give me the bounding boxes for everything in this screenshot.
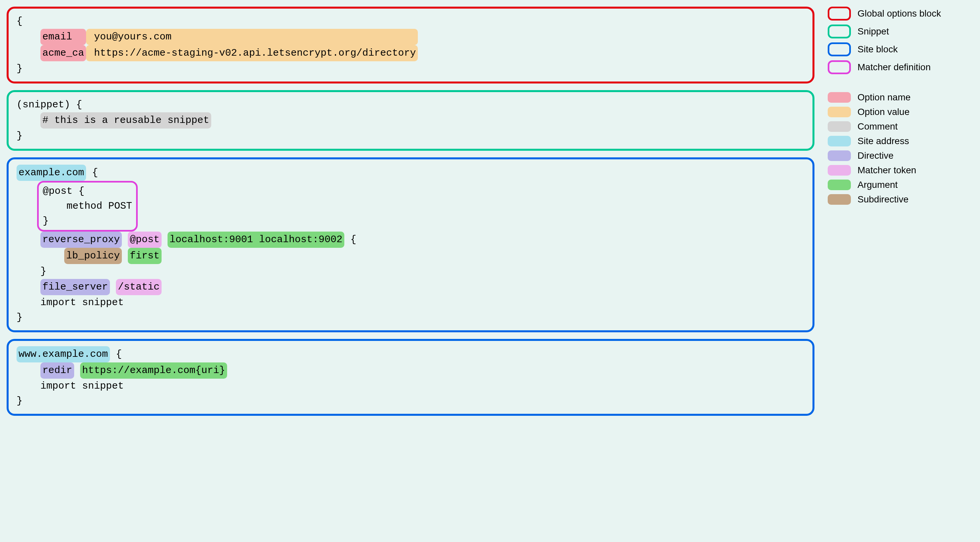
brace-close: }: [17, 395, 22, 406]
snippet-block: (snippet) { # this is a reusable snippet…: [6, 90, 815, 151]
subdirective: lb_policy: [64, 248, 122, 264]
legend-swatch-fill: [828, 150, 851, 161]
legend-label: Argument: [858, 180, 897, 190]
legend-row-option-value: Option value: [828, 107, 974, 117]
legend-swatch-fill: [828, 121, 851, 132]
legend-label: Global options block: [858, 8, 941, 19]
global-options-block: { email you@yours.com acme_ca https://ac…: [6, 6, 815, 83]
brace-close: }: [17, 63, 22, 74]
legend-swatch-outline: [828, 60, 851, 74]
import-line: import snippet: [17, 380, 124, 392]
legend-swatch-outline: [828, 6, 851, 21]
brace-close: }: [17, 312, 22, 323]
site-address: example.com: [17, 165, 86, 181]
legend-label: Option value: [858, 107, 910, 117]
legend-swatch-fill: [828, 92, 851, 103]
legend-row-matcher-token: Matcher token: [828, 165, 974, 175]
legend-swatch-fill: [828, 136, 851, 147]
option-name: acme_ca: [40, 45, 86, 61]
comment: # this is a reusable snippet: [40, 112, 211, 129]
directive: file_server: [40, 279, 110, 295]
legend-label: Matcher token: [858, 165, 916, 175]
site-block-1: example.com { @post { method POST } reve…: [6, 157, 815, 332]
legend-row-global: Global options block: [828, 6, 974, 21]
legend-label: Site block: [858, 44, 897, 55]
legend-row-site-address: Site address: [828, 136, 974, 147]
argument: localhost:9001 localhost:9002: [167, 231, 344, 248]
legend-spacer: [828, 78, 974, 88]
legend-label: Matcher definition: [858, 62, 931, 73]
legend-swatch-fill: [828, 165, 851, 175]
argument: https://example.com{uri}: [80, 362, 227, 379]
site-address: www.example.com: [17, 346, 110, 362]
legend: Global options block Snippet Site block …: [828, 6, 974, 416]
legend-row-directive: Directive: [828, 150, 974, 161]
legend-label: Snippet: [858, 26, 889, 37]
legend-swatch-outline: [828, 24, 851, 38]
option-value: https://acme-staging-v02.api.letsencrypt…: [86, 45, 418, 61]
legend-swatch-fill: [828, 180, 851, 190]
legend-row-argument: Argument: [828, 180, 974, 190]
legend-row-subdirective: Subdirective: [828, 194, 974, 205]
directive: reverse_proxy: [40, 231, 122, 248]
legend-swatch-fill: [828, 107, 851, 117]
legend-label: Directive: [858, 150, 894, 161]
legend-row-comment: Comment: [828, 121, 974, 132]
brace-open: {: [17, 16, 22, 27]
legend-row-matcher: Matcher definition: [828, 60, 974, 74]
legend-label: Site address: [858, 136, 909, 147]
legend-row-snippet: Snippet: [828, 24, 974, 38]
matcher-token: @post: [128, 231, 162, 248]
brace-close: }: [17, 130, 22, 142]
matcher-definition: @post { method POST }: [37, 181, 138, 231]
legend-label: Comment: [858, 121, 897, 132]
directive: redir: [40, 362, 74, 379]
option-value: you@yours.com: [86, 29, 418, 45]
argument: first: [128, 248, 162, 264]
legend-label: Option name: [858, 92, 910, 103]
site-block-2: www.example.com { redir https://example.…: [6, 339, 815, 416]
legend-label: Subdirective: [858, 194, 908, 205]
legend-row-site: Site block: [828, 42, 974, 56]
legend-swatch-fill: [828, 194, 851, 205]
matcher-token: /static: [116, 279, 162, 295]
legend-row-option-name: Option name: [828, 92, 974, 103]
option-name: email: [40, 29, 86, 45]
snippet-open: (snippet) {: [17, 99, 82, 110]
import-line: import snippet: [17, 297, 124, 308]
code-area: { email you@yours.com acme_ca https://ac…: [6, 6, 815, 416]
legend-swatch-outline: [828, 42, 851, 56]
